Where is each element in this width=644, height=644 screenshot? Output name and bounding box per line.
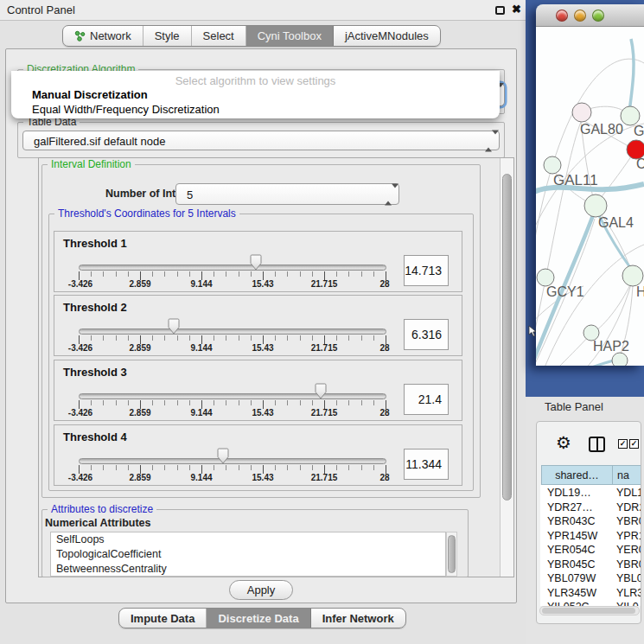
table-row[interactable]: YDR27…YDR2 bbox=[540, 501, 641, 515]
tab-network[interactable]: Network bbox=[63, 26, 143, 46]
column-header-name[interactable]: na bbox=[612, 465, 641, 485]
tick-label: 21.715 bbox=[311, 408, 338, 418]
number-of-intervals-value: 5 bbox=[187, 188, 193, 201]
tick-label: 28 bbox=[379, 473, 389, 482]
node-label-gal4: GAL4 bbox=[598, 215, 634, 230]
table-row[interactable]: YER054CYER0 bbox=[540, 543, 641, 558]
tick-label: 15.43 bbox=[252, 343, 273, 353]
tick-label: 28 bbox=[379, 279, 389, 289]
interval-definition-title: Interval Definition bbox=[48, 158, 135, 170]
list-item-selfloops[interactable]: SelfLoops bbox=[51, 532, 445, 547]
dropdown-prompt: Select algorithm to view settings bbox=[11, 74, 500, 88]
dropdown-option-equal-width-frequency[interactable]: Equal Width/Frequency Discretization bbox=[11, 103, 500, 118]
thresholds-group-title: Threshold's Coordinates for 5 Intervals bbox=[54, 207, 239, 220]
threshold-1-slider-handle[interactable] bbox=[249, 254, 263, 271]
tick-label: 2.859 bbox=[129, 343, 150, 353]
threshold-2-box: Threshold 2 -3.426 2.859 9.144 15.43 21.… bbox=[54, 295, 462, 356]
network-window-titlebar[interactable] bbox=[536, 4, 644, 27]
table-row[interactable]: YDL19…YDL1 bbox=[540, 486, 641, 501]
node-gal4[interactable] bbox=[584, 194, 607, 217]
threshold-1-box: Threshold 1 -3.426 2.859 9.144 15.43 21.… bbox=[54, 231, 462, 292]
table-panel-title: Table Panel bbox=[545, 400, 603, 413]
threshold-1-value-field[interactable]: 14.713 bbox=[404, 255, 449, 286]
node-bottom[interactable] bbox=[612, 353, 628, 366]
list-item-betweennesscentrality[interactable]: BetweennessCentrality bbox=[51, 562, 445, 577]
gear-icon[interactable]: ⚙ bbox=[556, 434, 571, 451]
table-row[interactable]: YBL079WYBL0 bbox=[540, 571, 641, 586]
algorithm-dropdown-popup: Select algorithm to view settings Manual… bbox=[11, 71, 500, 118]
checkbox-icon[interactable]: ✓ bbox=[618, 439, 628, 449]
threshold-4-slider-track[interactable] bbox=[79, 458, 386, 464]
threshold-1-label: Threshold 1 bbox=[63, 237, 127, 250]
node-ga[interactable] bbox=[621, 106, 640, 125]
list-item-topologicalcoefficient[interactable]: TopologicalCoefficient bbox=[51, 547, 445, 562]
close-icon[interactable]: ✖ bbox=[512, 3, 521, 16]
tab-discretize-data[interactable]: Discretize Data bbox=[207, 609, 310, 628]
threshold-3-box: Threshold 3 -3.426 2.859 9.144 15.43 21.… bbox=[54, 360, 462, 421]
threshold-2-slider-track[interactable] bbox=[79, 328, 386, 335]
node-h[interactable] bbox=[622, 265, 643, 286]
tab-impute-data[interactable]: Impute Data bbox=[119, 609, 207, 628]
node-label-h: H bbox=[636, 284, 644, 299]
threshold-2-slider-handle[interactable] bbox=[167, 318, 181, 335]
tab-cyni-toolbox[interactable]: Cyni Toolbox bbox=[246, 26, 334, 46]
close-traffic-light-icon[interactable] bbox=[556, 10, 568, 22]
threshold-2-label: Threshold 2 bbox=[63, 301, 127, 314]
tab-infer-network[interactable]: Infer Network bbox=[311, 609, 405, 628]
table-row[interactable]: YLR345WYLR3 bbox=[540, 586, 641, 601]
node-label-ga: GA bbox=[634, 124, 644, 138]
threshold-4-slider-handle[interactable] bbox=[216, 448, 230, 465]
threshold-3-slider-handle[interactable] bbox=[314, 383, 328, 400]
scrollbar-thumb[interactable] bbox=[502, 174, 512, 501]
tick-label: 9.144 bbox=[190, 279, 212, 289]
tick-label: 21.715 bbox=[311, 473, 338, 482]
horizontal-scrollbar[interactable] bbox=[539, 606, 640, 615]
tab-select[interactable]: Select bbox=[192, 26, 246, 46]
tick-label: -3.426 bbox=[68, 473, 92, 482]
minimize-traffic-light-icon[interactable] bbox=[574, 10, 586, 22]
node-gcy1[interactable] bbox=[537, 269, 554, 286]
attributes-group-title: Attributes to discretize bbox=[48, 503, 156, 515]
threshold-3-slider-track[interactable] bbox=[79, 393, 386, 399]
node-label-c: C bbox=[636, 156, 644, 171]
network-canvas[interactable]: GAL80 GA C GAL11 GAL4 GCY1 H HAP2 bbox=[536, 27, 644, 366]
zoom-traffic-light-icon[interactable] bbox=[592, 10, 604, 22]
threshold-1-slider-track[interactable] bbox=[79, 265, 386, 271]
split-table-icon[interactable] bbox=[589, 437, 605, 452]
vertical-scrollbar[interactable] bbox=[500, 158, 513, 577]
tab-style[interactable]: Style bbox=[143, 26, 192, 46]
list-vertical-scrollbar[interactable] bbox=[446, 532, 457, 577]
node-gal80[interactable] bbox=[572, 103, 591, 122]
scrollbar-thumb[interactable] bbox=[542, 608, 635, 614]
threshold-4-label: Threshold 4 bbox=[63, 430, 127, 443]
table-row[interactable]: YPR145WYPR1 bbox=[540, 529, 641, 544]
table-row[interactable]: YIL052CYIL0 bbox=[540, 600, 641, 606]
float-window-icon[interactable] bbox=[495, 6, 505, 15]
number-of-intervals-combobox[interactable]: 5 bbox=[175, 183, 399, 205]
control-panel: Control Panel ✖ Network Style Select Cyn… bbox=[0, 0, 526, 644]
threshold-4-value-field[interactable]: 11.344 bbox=[404, 449, 449, 480]
apply-button[interactable]: Apply bbox=[229, 580, 293, 600]
tab-jactivemnodules[interactable]: jActiveMNodules bbox=[334, 26, 440, 46]
dropdown-option-manual-discretization[interactable]: Manual Discretization bbox=[11, 88, 500, 103]
table-panel-body: ⚙ ✓ ✓ shared… na YDL19…YDL1 YDR27…YDR2 Y… bbox=[536, 421, 641, 624]
column-header-shared-name[interactable]: shared… bbox=[541, 465, 613, 485]
table-data-combobox[interactable]: galFiltered.sif default node bbox=[22, 131, 500, 150]
checkbox-icon[interactable]: ✓ bbox=[629, 439, 639, 449]
table-row[interactable]: YBR045CYBR0 bbox=[540, 558, 641, 572]
tick-label: 9.144 bbox=[190, 343, 212, 353]
control-panel-titlebar: Control Panel ✖ bbox=[0, 0, 526, 21]
slider-major-ticks bbox=[79, 465, 387, 474]
table-row[interactable]: YBR043CYBR0 bbox=[540, 514, 641, 529]
table-panel: Table Panel ⚙ ✓ ✓ shared… na YDL19…YDL1 … bbox=[526, 397, 644, 644]
threshold-4-box: Threshold 4 -3.426 2.859 9.144 15.43 21.… bbox=[54, 424, 462, 486]
tick-label: 15.43 bbox=[252, 279, 273, 289]
threshold-2-value-field[interactable]: 6.316 bbox=[404, 319, 449, 350]
node-gal11[interactable] bbox=[544, 156, 561, 174]
table-rows: YDL19…YDL1 YDR27…YDR2 YBR043CYBR0 YPR145… bbox=[540, 485, 641, 606]
threshold-3-value-field[interactable]: 21.4 bbox=[404, 384, 449, 415]
network-graph: GAL80 GA C GAL11 GAL4 GCY1 H HAP2 bbox=[536, 27, 644, 366]
table-data-value: galFiltered.sif default node bbox=[34, 134, 165, 147]
panel-title: Control Panel bbox=[7, 3, 75, 16]
scrollbar-thumb[interactable] bbox=[448, 535, 456, 573]
